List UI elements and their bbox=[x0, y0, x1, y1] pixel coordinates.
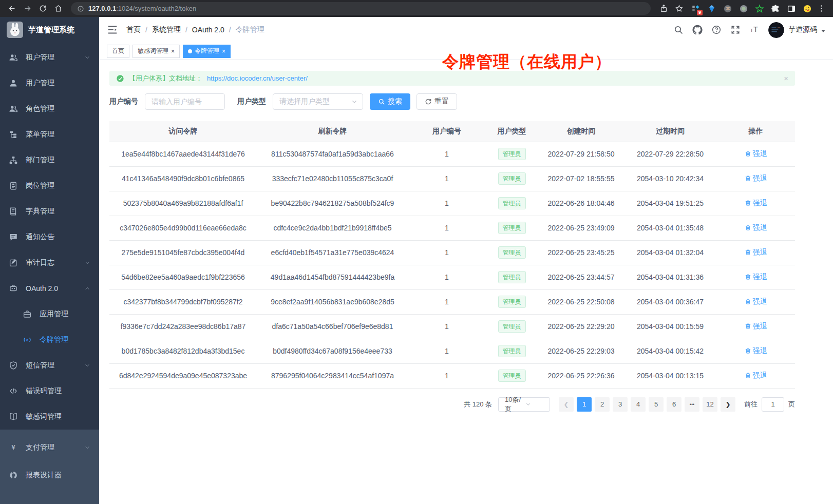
page-button-4[interactable]: 4 bbox=[631, 397, 646, 412]
sidebar-item-sms[interactable]: 短信管理 bbox=[0, 353, 99, 378]
sidebar-item-user[interactable]: 用户管理 bbox=[0, 70, 99, 96]
breadcrumb-item[interactable]: OAuth 2.0 bbox=[192, 26, 224, 34]
breadcrumb-item[interactable]: 首页 bbox=[126, 25, 141, 34]
user-type-badge: 管理员 bbox=[498, 271, 526, 283]
next-page-button[interactable]: ❯ bbox=[721, 397, 735, 412]
expire-time-cell: 2022-07-29 22:28:50 bbox=[624, 142, 716, 166]
user-menu[interactable]: 芋道源码 bbox=[768, 22, 825, 38]
user-id-input[interactable] bbox=[145, 93, 225, 110]
browser-forward-icon[interactable] bbox=[21, 2, 34, 15]
expire-time-cell: 2054-03-04 00:36:47 bbox=[624, 289, 716, 314]
sidebar-item-oauth[interactable]: OAuth 2.0 bbox=[0, 276, 99, 301]
tab-首页[interactable]: 首页 bbox=[107, 45, 129, 58]
tab-close-icon[interactable]: × bbox=[222, 48, 225, 54]
sidebar-item-tree[interactable]: 菜单管理 bbox=[0, 122, 99, 147]
page-button-1[interactable]: 1 bbox=[577, 397, 592, 412]
fullscreen-icon[interactable] bbox=[730, 25, 741, 35]
app-logo[interactable]: 芋道管理系统 bbox=[0, 17, 99, 43]
extension-command-icon[interactable]: ⌘ bbox=[723, 4, 733, 14]
user-type-select[interactable]: 请选择用户类型 bbox=[273, 93, 363, 110]
tab-close-icon[interactable]: × bbox=[171, 48, 175, 54]
sidebar-item-dict[interactable]: 字典管理 bbox=[0, 199, 99, 224]
sidebar-menu-bottom: ¥支付管理报表设计器 bbox=[0, 430, 99, 504]
browser-menu-icon[interactable] bbox=[815, 2, 828, 15]
force-logout-button[interactable]: 强退 bbox=[745, 199, 767, 208]
page-button-12[interactable]: 12 bbox=[703, 397, 717, 412]
trash-icon bbox=[745, 372, 751, 379]
search-button[interactable]: 搜索 bbox=[370, 93, 410, 110]
tab-敏感词管理[interactable]: 敏感词管理× bbox=[132, 45, 180, 58]
share-icon[interactable] bbox=[657, 2, 670, 15]
force-logout-button[interactable]: 强退 bbox=[745, 371, 767, 380]
sidebar-item-notice[interactable]: 通知公告 bbox=[0, 224, 99, 250]
reset-button[interactable]: 重置 bbox=[416, 93, 457, 110]
font-size-icon[interactable]: TT bbox=[749, 25, 760, 35]
user-type-cell: 管理员 bbox=[485, 265, 538, 289]
sidebar-collapse-icon[interactable] bbox=[107, 24, 118, 35]
search-icon[interactable] bbox=[673, 25, 684, 35]
notice-icon bbox=[9, 232, 18, 242]
page-button-6[interactable]: 6 bbox=[667, 397, 681, 412]
force-logout-button[interactable]: 强退 bbox=[745, 322, 767, 331]
sidebar-item-pay[interactable]: ¥支付管理 bbox=[0, 434, 99, 461]
navbar-actions: TT 芋道源码 bbox=[673, 22, 825, 38]
sidebar-item-users[interactable]: 角色管理 bbox=[0, 96, 99, 122]
extension-star-icon[interactable] bbox=[754, 4, 765, 14]
page-button-2[interactable]: 2 bbox=[595, 397, 610, 412]
site-info-icon[interactable] bbox=[77, 5, 84, 12]
sidebar-item-app[interactable]: 应用管理 bbox=[0, 301, 99, 327]
sidebar-item-errcode[interactable]: 错误码管理 bbox=[0, 378, 99, 404]
created-time-cell: 2022-06-25 22:26:36 bbox=[538, 363, 624, 388]
page-ellipsis-button[interactable]: ••• bbox=[685, 397, 699, 412]
chevron-down-icon bbox=[84, 444, 90, 451]
sidebar-item-dept[interactable]: 部门管理 bbox=[0, 147, 99, 173]
tab-令牌管理[interactable]: 令牌管理× bbox=[183, 45, 231, 58]
prev-page-button[interactable]: ❮ bbox=[559, 397, 574, 412]
address-bar[interactable]: 127.0.0.1:1024/system/oauth2/token bbox=[71, 2, 651, 15]
force-logout-button[interactable]: 强退 bbox=[745, 149, 767, 159]
trash-icon bbox=[745, 175, 751, 182]
page-button-5[interactable]: 5 bbox=[649, 397, 664, 412]
alert-doc-link[interactable]: https://doc.iocoder.cn/user-center/ bbox=[207, 74, 308, 82]
help-icon[interactable] bbox=[711, 25, 722, 35]
extension-grid-icon[interactable]: 9 bbox=[691, 4, 701, 14]
extensions-puzzle-icon[interactable] bbox=[770, 4, 781, 14]
app-title: 芋道管理系统 bbox=[28, 25, 74, 35]
browser-home-icon[interactable] bbox=[51, 2, 65, 15]
force-logout-button[interactable]: 强退 bbox=[745, 273, 767, 282]
force-logout-button[interactable]: 强退 bbox=[745, 223, 767, 232]
sidebar-item-users[interactable]: 租户管理 bbox=[0, 45, 99, 70]
svg-text:a: a bbox=[26, 338, 29, 342]
sidebar-item-post[interactable]: 岗位管理 bbox=[0, 173, 99, 199]
refresh-token-cell: dfa6c71a50a54c66bef706ef9e6e8d81 bbox=[257, 314, 408, 339]
extension-gem-icon[interactable] bbox=[707, 4, 717, 14]
force-logout-button[interactable]: 强退 bbox=[745, 174, 767, 183]
expire-time-cell: 2054-03-04 19:51:25 bbox=[624, 191, 716, 216]
alert-close-icon[interactable]: × bbox=[784, 74, 788, 83]
dict-icon bbox=[9, 207, 18, 216]
extensions-cluster: 9 ⌘ bbox=[691, 4, 812, 14]
bookmark-star-icon[interactable] bbox=[672, 2, 686, 15]
force-logout-button[interactable]: 强退 bbox=[745, 248, 767, 257]
extension-record-icon[interactable] bbox=[739, 4, 749, 14]
page-size-select[interactable]: 10条/页 bbox=[498, 397, 550, 412]
force-logout-button[interactable]: 强退 bbox=[745, 297, 767, 306]
user-type-badge: 管理员 bbox=[498, 172, 526, 185]
browser-back-icon[interactable] bbox=[5, 2, 18, 15]
sidebar-item-sensitive[interactable]: 敏感词管理 bbox=[0, 404, 99, 430]
github-icon[interactable] bbox=[692, 25, 703, 35]
column-header: 创建时间 bbox=[538, 121, 624, 142]
token-table: 访问令牌刷新令牌用户编号用户类型创建时间过期时间操作 1ea5e44f8bc14… bbox=[109, 121, 795, 389]
browser-reload-icon[interactable] bbox=[36, 2, 49, 15]
page-button-3[interactable]: 3 bbox=[613, 397, 628, 412]
breadcrumb-item[interactable]: 系统管理 bbox=[152, 25, 181, 34]
force-logout-button[interactable]: 强退 bbox=[745, 346, 767, 356]
breadcrumb: 首页/系统管理/OAuth 2.0/令牌管理 bbox=[126, 25, 264, 34]
trash-icon bbox=[745, 274, 751, 280]
sidebar-item-audit[interactable]: 审计日志 bbox=[0, 250, 99, 276]
sidebar-item-token[interactable]: a令牌管理 bbox=[0, 327, 99, 353]
side-panel-icon[interactable] bbox=[786, 4, 797, 14]
profile-emoji-icon[interactable] bbox=[802, 4, 812, 14]
sidebar-item-report[interactable]: 报表设计器 bbox=[0, 461, 99, 489]
goto-page-input[interactable] bbox=[762, 397, 784, 412]
